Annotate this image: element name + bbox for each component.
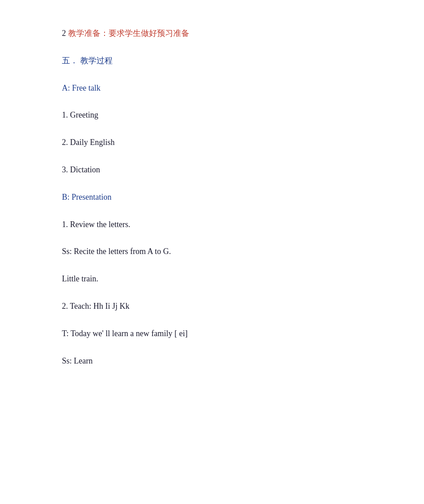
line-7-text: B: Presentation [62, 193, 112, 202]
line-13-text: Ss: Learn [62, 356, 92, 365]
line-12: T: Today we' ll learn a new family [ ei] [62, 327, 362, 340]
line-13: Ss: Learn [62, 355, 362, 368]
line-4: 1. Greeting [62, 109, 362, 122]
line-5: 2. Daily English [62, 136, 362, 149]
line-8-text: 1. Review the letters. [62, 220, 130, 229]
line-10: Little train. [62, 272, 362, 285]
line-1-text: 2 教学准备：要求学生做好预习准备 [62, 29, 189, 38]
line-6-text: 3. Dictation [62, 165, 100, 174]
line-11-text: 2. Teach: Hh Ii Jj Kk [62, 302, 129, 311]
line-3-text: A: Free talk [62, 83, 101, 92]
line-5-text: 2. Daily English [62, 138, 115, 147]
line-2-text: 五． 教学过程 [62, 56, 113, 65]
line-11: 2. Teach: Hh Ii Jj Kk [62, 300, 362, 313]
line-3: A: Free talk [62, 82, 362, 95]
line-7: B: Presentation [62, 191, 362, 204]
line-12-text: T: Today we' ll learn a new family [ ei] [62, 329, 188, 338]
line-4-text: 1. Greeting [62, 110, 98, 119]
line-2: 五． 教学过程 [62, 54, 362, 67]
line-1: 2 教学准备：要求学生做好预习准备 [62, 27, 362, 40]
line-8: 1. Review the letters. [62, 218, 362, 231]
line-10-text: Little train. [62, 274, 98, 283]
line-9-text: Ss: Recite the letters from A to G. [62, 247, 171, 256]
line-9: Ss: Recite the letters from A to G. [62, 245, 362, 258]
line-6: 3. Dictation [62, 163, 362, 176]
